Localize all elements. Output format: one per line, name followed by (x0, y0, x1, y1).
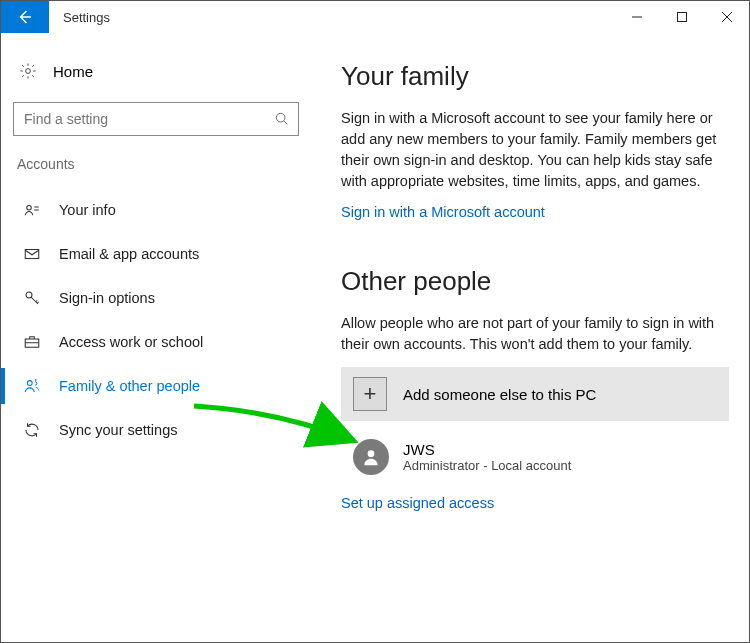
user-row[interactable]: JWS Administrator - Local account (341, 437, 729, 477)
svg-point-1 (26, 69, 31, 74)
user-meta: JWS Administrator - Local account (403, 441, 571, 473)
home-nav[interactable]: Home (13, 58, 299, 84)
assigned-access-link[interactable]: Set up assigned access (341, 495, 494, 511)
plus-icon: + (353, 377, 387, 411)
briefcase-icon (23, 333, 41, 351)
maximize-button[interactable] (659, 1, 704, 33)
family-desc: Sign in with a Microsoft account to see … (341, 108, 729, 192)
nav-list: Your info Email & app accounts Sign-in o… (13, 188, 299, 452)
sidebar-item-label: Your info (59, 202, 116, 218)
maximize-icon (677, 12, 687, 22)
window-title: Settings (49, 1, 614, 33)
window-controls (614, 1, 749, 33)
close-icon (722, 12, 732, 22)
home-label: Home (53, 63, 93, 80)
sidebar-item-label: Sign-in options (59, 290, 155, 306)
sidebar-item-sync[interactable]: Sync your settings (13, 408, 299, 452)
sidebar-item-work[interactable]: Access work or school (13, 320, 299, 364)
signin-link[interactable]: Sign in with a Microsoft account (341, 204, 545, 220)
minimize-button[interactable] (614, 1, 659, 33)
settings-window: Settings Home (0, 0, 750, 643)
back-button[interactable] (1, 1, 49, 33)
svg-point-3 (27, 206, 32, 211)
arrow-left-icon (16, 8, 34, 26)
search-input[interactable] (22, 110, 274, 128)
close-button[interactable] (704, 1, 749, 33)
gear-icon (19, 62, 37, 80)
search-box[interactable] (13, 102, 299, 136)
family-heading: Your family (341, 61, 729, 92)
titlebar: Settings (1, 1, 749, 33)
add-user-label: Add someone else to this PC (403, 386, 596, 403)
sidebar-item-signin[interactable]: Sign-in options (13, 276, 299, 320)
sidebar-item-label: Sync your settings (59, 422, 177, 438)
svg-point-7 (27, 381, 32, 386)
sidebar-item-label: Family & other people (59, 378, 200, 394)
user-name: JWS (403, 441, 571, 458)
sidebar-item-family[interactable]: Family & other people (13, 364, 299, 408)
sidebar-item-your-info[interactable]: Your info (13, 188, 299, 232)
svg-rect-0 (677, 13, 686, 22)
other-desc: Allow people who are not part of your fa… (341, 313, 729, 355)
user-role: Administrator - Local account (403, 458, 571, 473)
svg-point-5 (26, 292, 32, 298)
minimize-icon (632, 12, 642, 22)
svg-point-2 (276, 113, 285, 122)
mail-icon (23, 245, 41, 263)
sidebar-item-label: Email & app accounts (59, 246, 199, 262)
svg-point-8 (368, 450, 375, 457)
avatar (353, 439, 389, 475)
sidebar: Home Accounts Your info (1, 33, 311, 642)
key-icon (23, 289, 41, 307)
category-label: Accounts (17, 156, 299, 172)
other-heading: Other people (341, 266, 729, 297)
search-icon (274, 111, 290, 127)
sync-icon (23, 421, 41, 439)
add-user-button[interactable]: + Add someone else to this PC (341, 367, 729, 421)
people-icon (23, 377, 41, 395)
window-body: Home Accounts Your info (1, 33, 749, 642)
content-panel: Your family Sign in with a Microsoft acc… (311, 33, 749, 642)
sidebar-item-label: Access work or school (59, 334, 203, 350)
sidebar-item-email[interactable]: Email & app accounts (13, 232, 299, 276)
person-icon (361, 447, 381, 467)
svg-rect-4 (25, 250, 39, 259)
person-card-icon (23, 201, 41, 219)
